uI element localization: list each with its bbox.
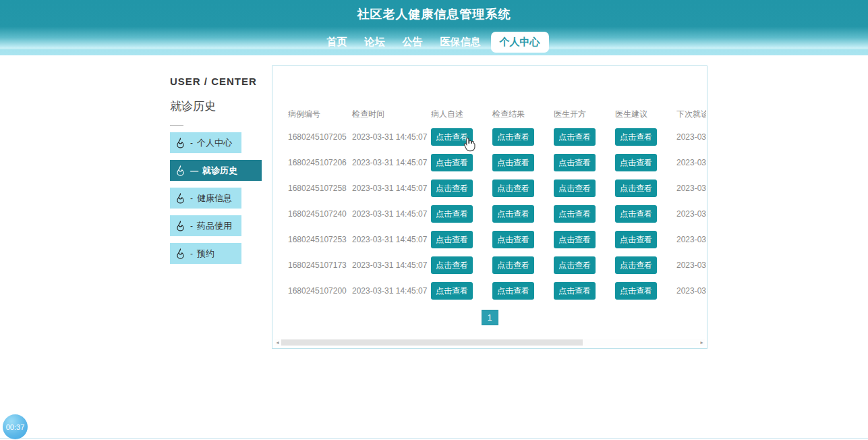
case-id-cell: 1680245107173 xyxy=(288,260,352,270)
case-id-cell: 1680245107258 xyxy=(288,184,352,193)
next-visit-cell: 2023-03-31 xyxy=(676,235,706,244)
case-id-cell: 1680245107205 xyxy=(288,132,352,142)
sidebar-item-separator: - xyxy=(190,138,193,148)
view-doctor-advice-button[interactable]: 点击查看 xyxy=(615,231,657,248)
view-check-result-button[interactable]: 点击查看 xyxy=(492,128,534,146)
view-prescription-button[interactable]: 点击查看 xyxy=(554,128,596,146)
view-doctor-advice-button[interactable]: 点击查看 xyxy=(615,180,657,197)
view-doctor-advice-button[interactable]: 点击查看 xyxy=(615,282,657,300)
page-bottom-divider xyxy=(0,438,868,439)
scroll-left-arrow-icon[interactable]: ◂ xyxy=(274,339,281,346)
sidebar-item-separator: - xyxy=(190,249,193,258)
view-check-result-button[interactable]: 点击查看 xyxy=(492,180,534,197)
sidebar-item[interactable]: - 健康信息 xyxy=(170,188,241,209)
view-check-result-button[interactable]: 点击查看 xyxy=(492,256,534,274)
next-visit-cell: 2023-03-31 xyxy=(676,184,706,193)
table-column-header: 下次就诊时 xyxy=(676,109,706,120)
next-visit-cell: 2023-03-31 xyxy=(676,158,706,167)
view-patient-statement-button[interactable]: 点击查看 xyxy=(431,128,473,146)
sidebar-item[interactable]: - 药品使用 xyxy=(170,215,241,236)
nav-item[interactable]: 个人中心 xyxy=(491,32,549,53)
page-title: 社区老人健康信息管理系统 xyxy=(0,6,868,22)
view-prescription-button[interactable]: 点击查看 xyxy=(554,256,596,274)
view-check-result-button[interactable]: 点击查看 xyxy=(492,231,534,248)
view-prescription-button[interactable]: 点击查看 xyxy=(554,154,596,171)
check-time-cell: 2023-03-31 14:45:07 xyxy=(352,260,431,270)
sidebar-divider xyxy=(170,125,183,126)
next-visit-cell: 2023-03-31 xyxy=(676,286,706,296)
page-1-button[interactable]: 1 xyxy=(482,310,498,325)
flame-icon xyxy=(175,165,186,176)
sidebar-item-label: 药品使用 xyxy=(197,220,232,232)
check-time-cell: 2023-03-31 14:45:07 xyxy=(352,209,431,219)
view-patient-statement-button[interactable]: 点击查看 xyxy=(431,180,473,197)
next-visit-cell: 2023-03-31 xyxy=(676,132,706,142)
sidebar: USER / CENTER 就诊历史 - 个人中心 — xyxy=(170,76,271,264)
view-doctor-advice-button[interactable]: 点击查看 xyxy=(615,205,657,223)
sidebar-subheading: 就诊历史 xyxy=(170,99,271,114)
flame-icon xyxy=(175,192,186,204)
view-prescription-button[interactable]: 点击查看 xyxy=(554,205,596,223)
sidebar-item-label: 就诊历史 xyxy=(202,165,237,177)
view-doctor-advice-button[interactable]: 点击查看 xyxy=(615,128,657,146)
nav-item[interactable]: 公告 xyxy=(395,32,430,53)
case-id-cell: 1680245107200 xyxy=(288,286,352,296)
table-row: 1680245107206 2023-03-31 14:45:07 点击查看 点… xyxy=(288,150,706,175)
view-check-result-button[interactable]: 点击查看 xyxy=(492,282,534,300)
visit-history-panel: 病例编号 检查时间 病人自述 检查结果 医生开方 医生建议 下次就诊时 1680… xyxy=(272,65,707,349)
horizontal-scrollbar[interactable]: ◂ ▸ xyxy=(274,339,705,346)
view-prescription-button[interactable]: 点击查看 xyxy=(554,180,596,197)
case-id-cell: 1680245107240 xyxy=(288,209,352,219)
view-check-result-button[interactable]: 点击查看 xyxy=(492,154,534,171)
check-time-cell: 2023-03-31 14:45:07 xyxy=(352,235,431,244)
table-column-header: 病人自述 xyxy=(431,109,492,120)
nav-item[interactable]: 医保信息 xyxy=(433,32,488,53)
next-visit-cell: 2023-03-31 xyxy=(676,260,706,270)
sidebar-item-label: 健康信息 xyxy=(197,192,232,204)
check-time-cell: 2023-03-31 14:45:07 xyxy=(352,286,431,296)
main-nav: 首页 论坛 公告 医保信息 个人中心 xyxy=(0,32,868,53)
case-id-cell: 1680245107206 xyxy=(288,158,352,167)
table-row: 1680245107173 2023-03-31 14:45:07 点击查看 点… xyxy=(288,252,706,278)
table-column-header: 病例编号 xyxy=(288,109,352,120)
table-row: 1680245107253 2023-03-31 14:45:07 点击查看 点… xyxy=(288,227,706,252)
nav-item[interactable]: 首页 xyxy=(320,32,355,53)
check-time-cell: 2023-03-31 14:45:07 xyxy=(352,184,431,193)
table-column-header: 医生建议 xyxy=(615,109,676,120)
flame-icon xyxy=(175,220,186,231)
table-row: 1680245107200 2023-03-31 14:45:07 点击查看 点… xyxy=(288,278,706,304)
app-header: 社区老人健康信息管理系统 首页 论坛 公告 医保信息 个人中心 xyxy=(0,0,868,55)
table-row: 1680245107240 2023-03-31 14:45:07 点击查看 点… xyxy=(288,201,706,227)
table-row: 1680245107258 2023-03-31 14:45:07 点击查看 点… xyxy=(288,175,706,201)
sidebar-item-label: 个人中心 xyxy=(197,137,232,149)
view-patient-statement-button[interactable]: 点击查看 xyxy=(431,205,473,223)
visit-history-table: 病例编号 检查时间 病人自述 检查结果 医生开方 医生建议 下次就诊时 1680… xyxy=(288,104,706,304)
sidebar-item-separator: - xyxy=(190,221,193,231)
sidebar-item[interactable]: - 个人中心 xyxy=(170,132,241,153)
sidebar-item[interactable]: — 就诊历史 xyxy=(170,160,262,181)
view-prescription-button[interactable]: 点击查看 xyxy=(554,282,596,300)
view-doctor-advice-button[interactable]: 点击查看 xyxy=(615,154,657,171)
view-patient-statement-button[interactable]: 点击查看 xyxy=(431,282,473,300)
sidebar-heading: USER / CENTER xyxy=(170,76,271,87)
table-column-header: 检查时间 xyxy=(352,109,431,120)
next-visit-cell: 2023-03-31 xyxy=(676,209,706,219)
view-patient-statement-button[interactable]: 点击查看 xyxy=(431,256,473,274)
table-row: 1680245107205 2023-03-31 14:45:07 点击查看 点… xyxy=(288,124,706,150)
scrollbar-thumb[interactable] xyxy=(281,339,583,346)
check-time-cell: 2023-03-31 14:45:07 xyxy=(352,158,431,167)
sidebar-item-separator: — xyxy=(190,166,198,175)
sidebar-item[interactable]: - 预约 xyxy=(170,243,241,264)
table-header-row: 病例编号 检查时间 病人自述 检查结果 医生开方 医生建议 下次就诊时 xyxy=(288,104,706,124)
pagination: 1 xyxy=(272,310,707,325)
view-patient-statement-button[interactable]: 点击查看 xyxy=(431,154,473,171)
view-prescription-button[interactable]: 点击查看 xyxy=(554,231,596,248)
recording-timer[interactable]: 00:37 xyxy=(3,414,28,439)
flame-icon xyxy=(175,137,186,148)
nav-item[interactable]: 论坛 xyxy=(357,32,393,53)
case-id-cell: 1680245107253 xyxy=(288,235,352,244)
scroll-right-arrow-icon[interactable]: ▸ xyxy=(699,339,705,346)
view-patient-statement-button[interactable]: 点击查看 xyxy=(431,231,473,248)
view-doctor-advice-button[interactable]: 点击查看 xyxy=(615,256,657,274)
view-check-result-button[interactable]: 点击查看 xyxy=(492,205,534,223)
